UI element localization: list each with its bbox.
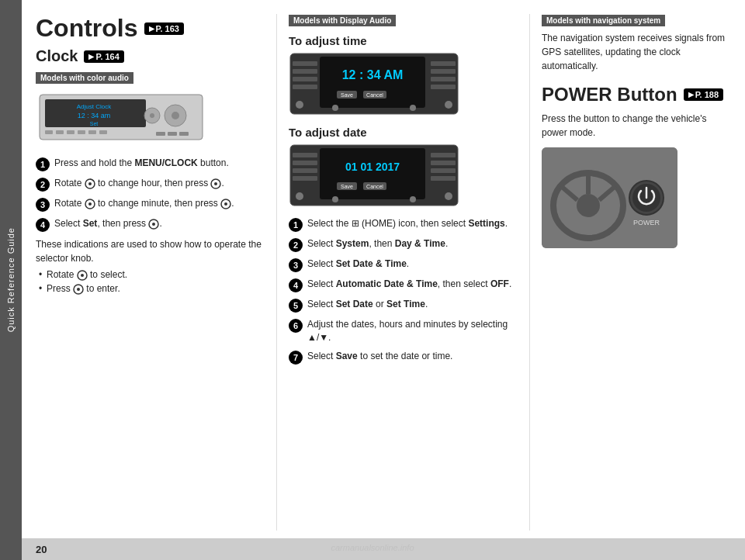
page-number: 20 (36, 544, 47, 555)
left-column: Controls ▶ P. 163 Clock ▶ P. 164 Models … (36, 14, 265, 531)
page-title: Controls ▶ P. 163 (36, 14, 265, 43)
svg-point-47 (296, 101, 303, 109)
svg-text:Save: Save (341, 92, 353, 98)
svg-rect-52 (320, 148, 425, 199)
da-step-4: 4 Select Automatic Date & Time, then sel… (289, 278, 518, 292)
svg-rect-43 (431, 61, 456, 66)
da-step-6-num: 6 (289, 319, 303, 333)
svg-text:POWER: POWER (633, 219, 660, 226)
svg-rect-63 (431, 161, 456, 165)
step-3: 3 Rotate to change minute, then press . (36, 197, 265, 212)
time-display-image: 12 : 34 AM Save Cancel (289, 52, 518, 118)
svg-rect-45 (431, 77, 456, 81)
arrow-icon: ▶ (149, 25, 154, 33)
svg-rect-62 (431, 153, 456, 157)
svg-point-48 (332, 105, 338, 111)
svg-rect-8 (78, 130, 85, 134)
svg-point-19 (88, 182, 92, 185)
svg-point-31 (77, 288, 80, 291)
svg-point-50 (445, 101, 452, 109)
display-audio-banner: Models with Display Audio (289, 15, 396, 26)
da-step-5: 5 Select Set Date or Set Time. (289, 298, 518, 313)
step-1: 1 Press and hold the MENU/CLOCK button. (36, 157, 265, 171)
controls-ref-badge: ▶ P. 163 (144, 22, 184, 35)
svg-text:Set: Set (90, 121, 99, 126)
divider-2 (529, 14, 530, 531)
svg-point-12 (172, 112, 179, 119)
middle-column: Models with Display Audio To adjust time… (289, 14, 518, 531)
svg-rect-9 (88, 130, 96, 134)
da-step-3-text: Select Set Date & Time. (307, 258, 409, 271)
svg-rect-64 (431, 168, 456, 173)
da-step-4-text: Select Automatic Date & Time, then selec… (307, 278, 511, 291)
note-text: These indications are used to show how t… (36, 237, 265, 265)
da-step-3-num: 3 (289, 258, 303, 272)
svg-point-17 (150, 113, 154, 118)
svg-rect-5 (45, 130, 53, 134)
svg-point-27 (152, 223, 155, 226)
svg-point-69 (445, 192, 452, 200)
knob-rotate-icon (85, 178, 95, 189)
knob-press-icon-3 (220, 199, 231, 209)
svg-text:12  :  34  AM: 12 : 34 AM (342, 68, 404, 81)
knob-press-icon (210, 178, 221, 189)
main-content: Controls ▶ P. 163 Clock ▶ P. 164 Models … (22, 0, 745, 560)
svg-point-29 (81, 274, 84, 277)
step-4: 4 Select Set, then press . (36, 217, 265, 232)
page-bar: 20 (22, 538, 745, 560)
time-display-svg: 12 : 34 AM Save Cancel (289, 52, 459, 116)
svg-point-66 (296, 192, 303, 200)
svg-point-67 (332, 196, 338, 202)
svg-text:Adjust Clock: Adjust Clock (77, 103, 112, 110)
sidebar-label: Quick Reference Guide (6, 227, 16, 332)
da-step-7-text: Select Save to set the date or time. (307, 350, 452, 363)
svg-rect-40 (293, 69, 317, 74)
da-step-3: 3 Select Set Date & Time. (289, 258, 518, 272)
svg-point-21 (214, 182, 217, 185)
svg-rect-60 (293, 168, 317, 173)
adjust-time-title: To adjust time (289, 34, 518, 47)
svg-rect-58 (293, 153, 317, 157)
right-column: Models with navigation system The naviga… (542, 14, 731, 531)
da-step-6-text: Adjust the dates, hours and minutes by s… (307, 318, 518, 344)
svg-text:12 : 34 am: 12 : 34 am (78, 112, 111, 119)
step-1-text: Press and hold the MENU/CLOCK button. (54, 157, 229, 170)
date-display-image: 01 01 2017 Save Cancel (289, 143, 518, 209)
radio-unit-image: Adjust Clock 12 : 34 am Set (36, 88, 265, 149)
svg-rect-33 (320, 57, 425, 108)
svg-rect-65 (431, 176, 456, 181)
adjust-date-title: To adjust date (289, 126, 518, 139)
color-audio-banner: Models with color audio (36, 72, 133, 84)
date-display-svg: 01 01 2017 Save Cancel (289, 143, 459, 207)
svg-point-49 (410, 105, 416, 111)
da-step-4-num: 4 (289, 278, 303, 292)
da-step-1: 1 Select the ⊞ (HOME) icon, then select … (289, 217, 518, 232)
step-1-num: 1 (36, 157, 50, 171)
step-4-num: 4 (36, 218, 50, 232)
power-desc: Press the button to change the vehicle's… (542, 112, 731, 140)
svg-rect-39 (293, 61, 317, 66)
radio-svg: Adjust Clock 12 : 34 am Set (36, 88, 206, 147)
svg-rect-61 (293, 176, 317, 181)
svg-text:Save: Save (341, 184, 353, 189)
bullet-2: Press to enter. (39, 282, 265, 296)
controls-title: Controls (36, 14, 138, 43)
sidebar: Quick Reference Guide (0, 0, 22, 560)
da-step-6: 6 Adjust the dates, hours and minutes by… (289, 318, 518, 344)
svg-rect-10 (99, 130, 107, 134)
knob-press-icon-4 (148, 219, 159, 230)
step-2-text: Rotate to change hour, then press . (54, 177, 224, 190)
step-3-num: 3 (36, 198, 50, 212)
step-2-num: 2 (36, 178, 50, 192)
step-3-text: Rotate to change minute, then press . (54, 197, 234, 210)
svg-text:Cancel: Cancel (366, 92, 383, 98)
da-step-1-text: Select the ⊞ (HOME) icon, then select Se… (307, 217, 508, 230)
svg-point-72 (577, 194, 600, 217)
da-step-5-num: 5 (289, 299, 303, 313)
content-area: Controls ▶ P. 163 Clock ▶ P. 164 Models … (22, 0, 745, 538)
svg-text:Cancel: Cancel (366, 184, 383, 189)
nav-text: The navigation system receives signals f… (542, 31, 731, 73)
svg-rect-46 (431, 85, 456, 89)
clock-section-title: Clock ▶ P. 164 (36, 47, 265, 65)
nav-banner: Models with navigation system (542, 15, 665, 26)
